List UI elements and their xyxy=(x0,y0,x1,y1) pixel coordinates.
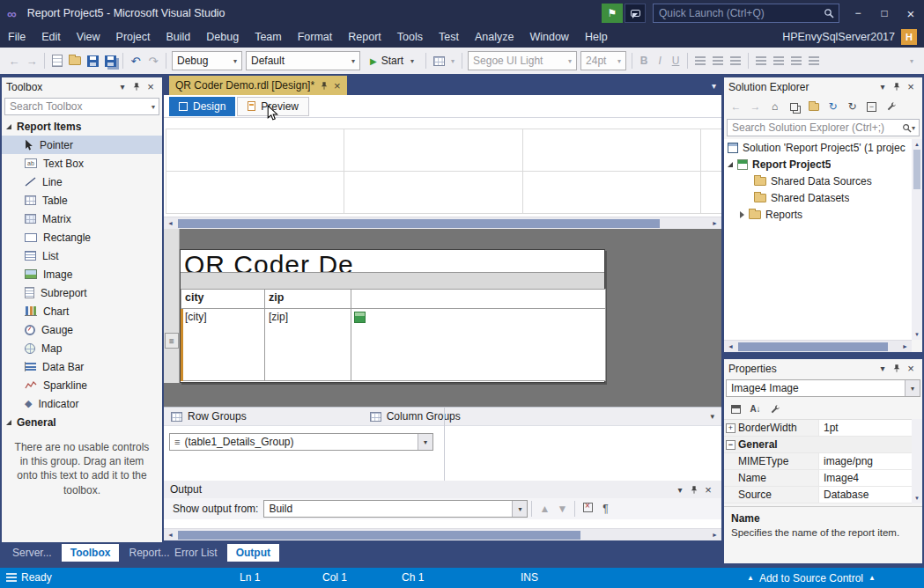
expander-open-icon[interactable] xyxy=(728,162,733,167)
align-left-icon[interactable] xyxy=(691,51,709,70)
tab-design[interactable]: Design xyxy=(169,97,235,116)
output-header[interactable]: Output ▾ × xyxy=(164,481,721,498)
decrease-indent-icon[interactable] xyxy=(787,51,805,70)
italic-button[interactable]: I xyxy=(652,55,668,67)
collapse-all-icon[interactable]: − xyxy=(863,99,880,114)
scrollbar-track[interactable] xyxy=(178,217,707,229)
feedback-button[interactable] xyxy=(625,4,646,23)
menu-report[interactable]: Report xyxy=(340,26,389,48)
chevron-down-icon[interactable]: ▾ xyxy=(673,482,687,496)
menu-edit[interactable]: Edit xyxy=(33,26,69,48)
close-icon[interactable]: × xyxy=(701,482,715,496)
chevron-down-icon[interactable]: ▾ xyxy=(447,51,458,70)
forward-icon[interactable]: → xyxy=(747,99,764,114)
chevron-down-icon[interactable]: ▾ xyxy=(512,501,527,517)
numbered-list-icon[interactable] xyxy=(770,51,787,70)
underline-button[interactable]: U xyxy=(668,55,684,67)
solution-search-input[interactable] xyxy=(728,121,902,134)
solution-explorer-header[interactable]: Solution Explorer ▾ × xyxy=(724,77,922,96)
vertical-scrollbar[interactable]: ▲ ▼ xyxy=(912,139,922,340)
goto-previous-message-icon[interactable]: ▲ xyxy=(536,503,553,515)
menu-file[interactable]: File xyxy=(0,26,33,48)
vertical-scrollbar[interactable]: ▼ xyxy=(912,419,922,503)
save-all-icon[interactable] xyxy=(101,51,119,70)
goto-next-message-icon[interactable]: ▼ xyxy=(553,503,571,515)
bullet-list-icon[interactable] xyxy=(752,51,770,70)
object-selector-dropdown[interactable]: Image4 Image ▾ xyxy=(726,379,920,397)
row-handle[interactable]: ≡ xyxy=(165,333,179,349)
redo-icon[interactable]: ↷ xyxy=(144,51,162,70)
horizontal-scrollbar[interactable]: ◄ ► xyxy=(164,217,721,229)
toolbox-item-image[interactable]: Image xyxy=(2,265,162,283)
scrollbar-thumb[interactable] xyxy=(738,342,888,351)
pin-icon[interactable] xyxy=(687,482,701,496)
tree-item-solution[interactable]: Solution 'Report Project5' (1 projec xyxy=(724,139,912,156)
toolbox-search-input[interactable] xyxy=(5,100,151,113)
table-data-cell-zip[interactable]: [zip] xyxy=(264,308,351,381)
tab-server-explorer[interactable]: Server... xyxy=(4,544,61,562)
solution-explorer-search[interactable]: ▾ xyxy=(727,119,920,136)
menu-build[interactable]: Build xyxy=(158,26,198,48)
close-icon[interactable]: × xyxy=(904,362,918,376)
scrollbar-thumb[interactable] xyxy=(913,150,920,189)
menu-help[interactable]: Help xyxy=(577,26,616,48)
scrollbar-thumb[interactable] xyxy=(178,531,580,540)
toolbox-item-text-box[interactable]: Text Box xyxy=(2,154,162,173)
scrollbar-track[interactable] xyxy=(912,150,922,329)
scroll-left-icon[interactable]: ◄ xyxy=(164,529,177,540)
switch-views-icon[interactable] xyxy=(786,99,802,114)
pin-icon[interactable] xyxy=(129,80,144,94)
scrollbar-track[interactable] xyxy=(738,341,898,352)
scroll-right-icon[interactable]: ► xyxy=(708,217,721,229)
toolbox-item-map[interactable]: Map xyxy=(2,339,162,357)
scrollbar-track[interactable] xyxy=(178,529,707,540)
toolbox-item-gauge[interactable]: Gauge xyxy=(2,320,162,339)
maximize-button[interactable]: □ xyxy=(871,0,898,26)
property-row-mimetype[interactable]: MIMEType image/png xyxy=(724,453,912,470)
grouping-splitter[interactable] xyxy=(444,407,445,481)
table-header-cell-zip[interactable]: zip xyxy=(264,289,351,309)
property-row-name[interactable]: Name Image4 xyxy=(724,470,912,487)
font-family-dropdown[interactable]: Segoe UI Light ▾ xyxy=(468,51,577,70)
chevron-down-icon[interactable]: ▾ xyxy=(905,380,920,396)
row-group-item[interactable]: ≡ (table1_Details_Group) ▾ xyxy=(169,433,433,451)
bold-button[interactable]: B xyxy=(636,55,652,67)
quick-launch-input[interactable] xyxy=(654,7,824,19)
toolbox-item-subreport[interactable]: Subreport xyxy=(2,283,162,302)
tree-item-shared-datasets[interactable]: Shared Datasets xyxy=(724,189,912,206)
refresh-icon[interactable]: ↻ xyxy=(844,99,861,114)
alphabetical-icon[interactable]: A↓ xyxy=(748,402,763,416)
navigate-back-icon[interactable]: ← xyxy=(5,51,23,70)
close-button[interactable]: × xyxy=(898,0,924,26)
solution-platforms-dropdown[interactable]: Default ▾ xyxy=(246,51,360,70)
expander-minus-icon[interactable]: − xyxy=(726,440,736,450)
undo-icon[interactable]: ↶ xyxy=(127,51,144,70)
toolbox-section-report-items[interactable]: Report Items xyxy=(2,117,162,136)
menu-format[interactable]: Format xyxy=(290,26,341,48)
align-center-icon[interactable] xyxy=(709,51,727,70)
tablix-header-band[interactable] xyxy=(181,272,604,290)
chevron-down-icon[interactable]: ▾ xyxy=(418,434,432,450)
property-row-source[interactable]: Source Database xyxy=(724,487,912,503)
horizontal-scrollbar[interactable]: ◄ ► xyxy=(724,340,912,352)
expander-closed-icon[interactable] xyxy=(740,211,744,218)
output-source-dropdown[interactable]: Build ▾ xyxy=(263,500,528,518)
table-data-cell-image[interactable] xyxy=(351,308,606,381)
toolbox-item-rectangle[interactable]: Rectangle xyxy=(2,228,162,246)
toolbox-item-list[interactable]: List xyxy=(2,246,162,265)
property-value[interactable]: image/png xyxy=(819,455,873,467)
expander-open-icon[interactable] xyxy=(6,420,11,425)
pin-icon[interactable] xyxy=(890,80,904,94)
expander-plus-icon[interactable]: + xyxy=(726,423,736,433)
property-row-borderwidth[interactable]: + BorderWidth 1pt xyxy=(724,420,912,437)
categorized-icon[interactable] xyxy=(728,402,743,416)
increase-indent-icon[interactable] xyxy=(805,51,823,70)
report-title-textbox[interactable]: QR Coder De xyxy=(184,250,354,272)
font-size-dropdown[interactable]: 24pt ▾ xyxy=(580,51,626,70)
report-page[interactable]: QR Coder De city zip [city] [zip] xyxy=(180,249,605,383)
search-icon[interactable] xyxy=(824,8,834,18)
menu-team[interactable]: Team xyxy=(247,26,290,48)
back-icon[interactable]: ← xyxy=(728,99,744,114)
toolbox-item-matrix[interactable]: Matrix xyxy=(2,209,162,228)
align-right-icon[interactable] xyxy=(727,51,744,70)
